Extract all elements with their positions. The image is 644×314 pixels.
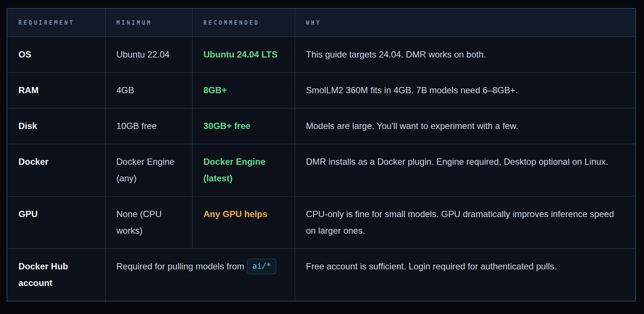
cell-why: Free account is sufficient. Login requir… — [295, 249, 636, 301]
cell-minimum-recommended-span: Required for pulling models fromai/* — [105, 249, 295, 301]
cell-why: Models are large. You'll want to experim… — [295, 108, 636, 144]
cell-requirement: GPU — [7, 196, 105, 249]
span-text: Required for pulling models from — [117, 261, 245, 271]
cell-recommended: 30GB+ free — [192, 108, 295, 144]
cell-minimum: 4GB — [105, 73, 192, 108]
cell-recommended: Ubuntu 24.04 LTS — [192, 37, 295, 73]
table-row-docker-hub-account: Docker Hub account Required for pulling … — [7, 249, 636, 301]
table-row-os: OS Ubuntu 22.04 Ubuntu 24.04 LTS This gu… — [7, 37, 636, 73]
cell-minimum: Ubuntu 22.04 — [105, 37, 192, 73]
cell-requirement: OS — [7, 37, 105, 73]
requirements-table-container: REQUIREMENT MINIMUM RECOMMENDED WHY OS U… — [7, 8, 636, 301]
cell-minimum: 10GB free — [105, 108, 192, 144]
cell-requirement: Docker — [7, 144, 105, 196]
cell-recommended: 8GB+ — [192, 73, 295, 108]
table-row-disk: Disk 10GB free 30GB+ free Models are lar… — [7, 108, 636, 144]
table-row-docker: Docker Docker Engine (any) Docker Engine… — [7, 144, 636, 196]
header-cell-recommended: RECOMMENDED — [192, 8, 295, 37]
cell-why: SmolLM2 360M fits in 4GB. 7B models need… — [295, 73, 636, 108]
header-cell-minimum: MINIMUM — [105, 8, 192, 37]
requirements-table: REQUIREMENT MINIMUM RECOMMENDED WHY OS U… — [7, 8, 636, 301]
cell-requirement: Disk — [7, 108, 105, 144]
header-cell-why: WHY — [295, 8, 636, 37]
cell-recommended: Any GPU helps — [192, 196, 295, 249]
header-row: REQUIREMENT MINIMUM RECOMMENDED WHY — [7, 8, 636, 37]
cell-minimum: None (CPU works) — [105, 196, 192, 249]
cell-minimum: Docker Engine (any) — [105, 144, 192, 196]
code-badge-ai-namespace: ai/* — [247, 259, 276, 274]
cell-why: This guide targets 24.04. DMR works on b… — [295, 37, 636, 73]
cell-requirement: Docker Hub account — [7, 249, 105, 301]
cell-requirement: RAM — [7, 73, 105, 108]
table-row-ram: RAM 4GB 8GB+ SmolLM2 360M fits in 4GB. 7… — [7, 73, 636, 108]
header-cell-requirement: REQUIREMENT — [7, 8, 105, 37]
cell-why: DMR installs as a Docker plugin. Engine … — [295, 144, 636, 196]
cell-why: CPU-only is fine for small models. GPU d… — [295, 196, 636, 249]
table-row-gpu: GPU None (CPU works) Any GPU helps CPU-o… — [7, 196, 636, 249]
cell-recommended: Docker Engine (latest) — [192, 144, 295, 196]
